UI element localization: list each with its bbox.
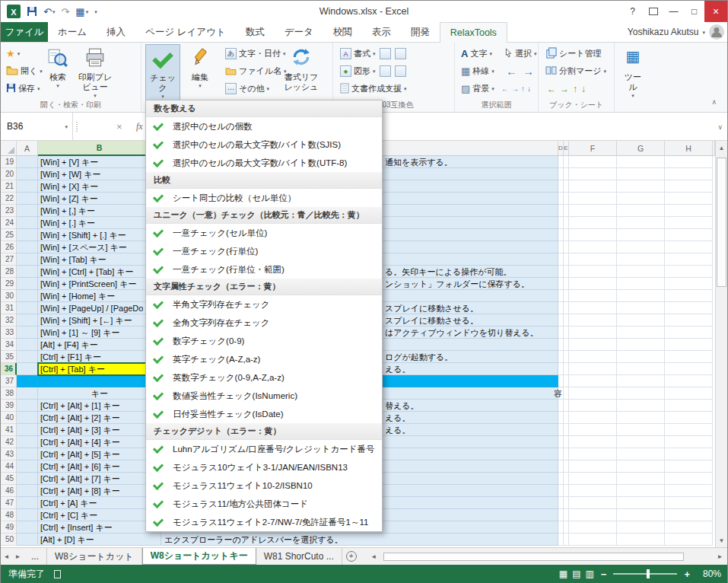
menu-item[interactable]: モジュラス10ウェイト3-1/JAN/EAN/ISBN13 bbox=[146, 458, 382, 476]
cell-F36[interactable] bbox=[569, 363, 617, 375]
arrow-left-icon[interactable]: ← bbox=[547, 84, 556, 94]
cell-F23[interactable] bbox=[569, 205, 617, 217]
cell-H49[interactable] bbox=[665, 521, 713, 534]
sheet-manage-button[interactable]: シート管理 bbox=[543, 46, 604, 62]
menu-item[interactable]: モジュラス11ウェイト2-7/NW-7/免許証番号1～11 bbox=[146, 513, 382, 531]
row-header-36[interactable]: 36 bbox=[1, 363, 17, 375]
cell-H20[interactable] bbox=[665, 168, 713, 180]
select-all-button[interactable] bbox=[1, 141, 17, 156]
cell-D25[interactable] bbox=[558, 229, 564, 241]
cell-H30[interactable] bbox=[665, 290, 713, 302]
horizontal-scrollbar-thumb[interactable] bbox=[383, 553, 684, 561]
cell-H37[interactable] bbox=[665, 375, 713, 387]
sheet-nav-prev-button[interactable]: ◄ bbox=[1, 548, 12, 565]
zoom-in-button[interactable]: + bbox=[684, 569, 690, 580]
cell-F19[interactable] bbox=[569, 156, 617, 168]
cell-F43[interactable] bbox=[569, 448, 617, 460]
row-header-37[interactable]: 37 bbox=[1, 375, 17, 387]
help-button[interactable]: ? bbox=[622, 1, 643, 22]
cell-H44[interactable] bbox=[665, 460, 713, 473]
cell-G38[interactable] bbox=[617, 387, 665, 400]
cell-E50[interactable] bbox=[564, 534, 569, 546]
cell-H31[interactable] bbox=[665, 302, 713, 314]
cell-G45[interactable] bbox=[617, 473, 665, 485]
row-header-49[interactable]: 49 bbox=[1, 521, 17, 534]
cell-E36[interactable] bbox=[564, 363, 569, 375]
cell-A26[interactable] bbox=[17, 241, 38, 253]
row-header-21[interactable]: 21 bbox=[1, 180, 17, 193]
cell-E35[interactable] bbox=[564, 351, 569, 363]
ribbon-display-options-button[interactable] bbox=[643, 1, 663, 22]
cell-H43[interactable] bbox=[665, 448, 713, 460]
cell-F48[interactable] bbox=[569, 509, 617, 521]
cell-H24[interactable] bbox=[665, 217, 713, 229]
row-header-24[interactable]: 24 bbox=[1, 217, 17, 229]
column-header-B[interactable]: B bbox=[38, 141, 161, 156]
cell-E42[interactable] bbox=[564, 436, 569, 448]
row-header-31[interactable]: 31 bbox=[1, 302, 17, 314]
shapes-extra-icon[interactable] bbox=[395, 65, 406, 77]
cell-D40[interactable] bbox=[558, 412, 564, 424]
cell-F27[interactable] bbox=[569, 253, 617, 266]
cell-F39[interactable] bbox=[569, 400, 617, 412]
select-button[interactable]: 選択 ▾ bbox=[502, 46, 539, 62]
cell-A42[interactable] bbox=[17, 436, 38, 448]
format-button[interactable]: A 書式 ▾ bbox=[338, 46, 409, 62]
cell-A25[interactable] bbox=[17, 229, 38, 241]
cell-G39[interactable] bbox=[617, 400, 665, 412]
cell-G33[interactable] bbox=[617, 327, 665, 339]
menu-item[interactable]: 一意チェック(行単位・範囲) bbox=[146, 260, 382, 279]
cell-A50[interactable] bbox=[17, 534, 38, 546]
cell-E48[interactable] bbox=[564, 509, 569, 521]
insert-function-button[interactable]: fx bbox=[136, 113, 143, 141]
row-header-48[interactable]: 48 bbox=[1, 509, 17, 521]
favorites-button[interactable]: ★ ▾ bbox=[4, 46, 22, 62]
arrow-right-icon[interactable]: → bbox=[560, 84, 569, 94]
cell-H47[interactable] bbox=[665, 497, 713, 509]
cell-D41[interactable] bbox=[558, 424, 564, 436]
cell-A20[interactable] bbox=[17, 168, 38, 180]
row-header-22[interactable]: 22 bbox=[1, 193, 17, 205]
cell-E23[interactable] bbox=[564, 205, 569, 217]
cell-F22[interactable] bbox=[569, 193, 617, 205]
cell-F29[interactable] bbox=[569, 278, 617, 290]
user-name[interactable]: Yoshikazu Akutsu bbox=[628, 27, 699, 37]
cell-F40[interactable] bbox=[569, 412, 617, 424]
row-header-39[interactable]: 39 bbox=[1, 400, 17, 412]
cell-A32[interactable] bbox=[17, 314, 38, 327]
menu-item[interactable]: モジュラス11ウェイト10-2/ISBN10 bbox=[146, 476, 382, 495]
page-layout-view-button[interactable]: ▤ bbox=[572, 569, 580, 579]
cell-D49[interactable] bbox=[558, 521, 564, 534]
cell-A33[interactable] bbox=[17, 327, 38, 339]
cell-G36[interactable] bbox=[617, 363, 665, 375]
row-header-27[interactable]: 27 bbox=[1, 253, 17, 266]
cell-F41[interactable] bbox=[569, 424, 617, 436]
cell-D48[interactable] bbox=[558, 509, 564, 521]
cell-A44[interactable] bbox=[17, 460, 38, 473]
menu-item[interactable]: 一意チェック(行単位) bbox=[146, 242, 382, 260]
cell-F50[interactable] bbox=[569, 534, 617, 546]
cell-E30[interactable] bbox=[564, 290, 569, 302]
menu-item[interactable]: 英字チェック(A-Z,a-z) bbox=[146, 350, 382, 368]
cell-A39[interactable] bbox=[17, 400, 38, 412]
cell-D32[interactable] bbox=[558, 314, 564, 327]
split-merge-button[interactable]: 分割マージ ▾ bbox=[543, 63, 609, 79]
row-header-42[interactable]: 42 bbox=[1, 436, 17, 448]
cell-E39[interactable] bbox=[564, 400, 569, 412]
cell-G24[interactable] bbox=[617, 217, 665, 229]
cell-E28[interactable] bbox=[564, 266, 569, 278]
cell-G19[interactable] bbox=[617, 156, 665, 168]
cell-F35[interactable] bbox=[569, 351, 617, 363]
cell-E21[interactable] bbox=[564, 180, 569, 193]
format-extra-icon[interactable] bbox=[380, 48, 391, 59]
open-button[interactable]: 開く ▾ bbox=[4, 63, 45, 79]
cell-H29[interactable] bbox=[665, 278, 713, 290]
arrow-down-icon[interactable]: ↓ bbox=[581, 84, 586, 94]
horizontal-scrollbar-track[interactable] bbox=[380, 552, 714, 562]
cell-F21[interactable] bbox=[569, 180, 617, 193]
cell-F26[interactable] bbox=[569, 241, 617, 253]
sheet-nav-next-button[interactable]: ► bbox=[12, 548, 24, 565]
cell-A36[interactable] bbox=[17, 363, 38, 375]
cell-E33[interactable] bbox=[564, 327, 569, 339]
cell-A31[interactable] bbox=[17, 302, 38, 314]
